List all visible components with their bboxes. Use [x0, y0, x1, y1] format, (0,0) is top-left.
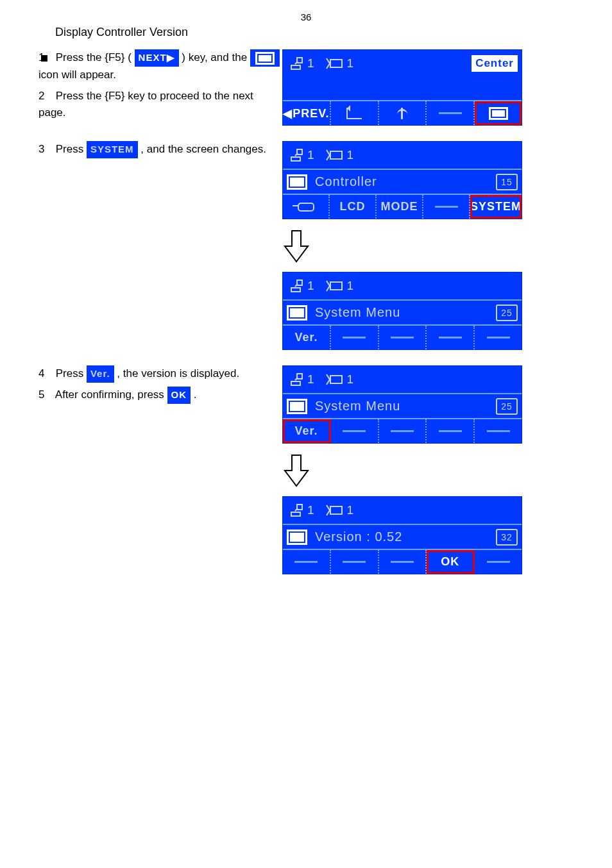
system-softkey[interactable]: SYSTEM	[470, 195, 522, 219]
version-title: Version : 0.52	[315, 530, 491, 544]
empty-softkey	[379, 326, 427, 349]
ver-chip: Ver.	[87, 365, 114, 383]
empty-softkey	[331, 326, 379, 349]
system-chip: SYSTEM	[87, 141, 138, 158]
screen-code: 15	[496, 174, 518, 190]
device-b-icon: 1	[325, 279, 355, 293]
arrow-down-icon	[282, 230, 310, 263]
device-a-icon: 1	[289, 148, 315, 162]
ver-softkey[interactable]: Ver.	[283, 326, 331, 349]
ok-chip: OK	[167, 387, 191, 404]
monitor-icon	[287, 174, 307, 190]
device-b-icon: 1	[325, 372, 355, 387]
key-icon	[298, 203, 314, 212]
device-b-icon: 1	[325, 56, 355, 71]
section-title: Display Controller Version	[55, 26, 574, 39]
page-number: 36	[301, 12, 312, 22]
step-text: 1 Press the {F5} ( NEXT▶ ) key, and the …	[38, 49, 282, 121]
return-icon	[346, 108, 362, 119]
device-a-icon: 1	[289, 279, 315, 293]
device-b-icon: 1	[325, 148, 355, 162]
prev-softkey[interactable]: ◀PREV.	[283, 101, 331, 125]
step-text: 3 Press SYSTEM , and the screen changes.	[38, 141, 282, 158]
monitor-icon	[287, 530, 307, 545]
monitor-icon	[489, 107, 508, 120]
arrow-down-icon	[282, 454, 310, 487]
lcd-screen-2: 1 1 Controller 15 LCD M	[282, 141, 522, 219]
empty-softkey	[475, 550, 522, 574]
return-softkey[interactable]	[331, 101, 379, 125]
lcd-screen-3: 1 1 System Menu 25 Ver.	[282, 272, 522, 350]
key-softkey[interactable]	[283, 195, 330, 219]
empty-softkey	[427, 419, 475, 443]
section-bullet	[41, 55, 47, 62]
device-a-icon: 1	[289, 503, 315, 517]
monitor-chip	[250, 49, 280, 67]
screen-title: System Menu	[315, 399, 491, 413]
empty-softkey	[379, 419, 427, 443]
mode-softkey[interactable]: MODE	[377, 195, 423, 219]
monitor-icon	[287, 305, 307, 321]
lcd-screen-5: 1 1 Version : 0.52 32	[282, 496, 522, 574]
empty-softkey	[475, 326, 522, 349]
empty-softkey	[427, 101, 475, 125]
device-a-icon: 1	[289, 372, 315, 387]
screen-code: 25	[496, 305, 518, 321]
center-tag: Center	[472, 55, 518, 72]
controller-softkey[interactable]	[475, 101, 522, 125]
screen-code: 32	[496, 529, 518, 546]
empty-softkey	[331, 419, 379, 443]
empty-softkey	[475, 419, 522, 443]
screen-title: System Menu	[315, 305, 491, 320]
ver-softkey[interactable]: Ver.	[283, 419, 331, 443]
lcd-screen-1: 1 1 Center ◀PREV.	[282, 49, 522, 126]
empty-softkey	[423, 195, 470, 219]
lcd-screen-4: 1 1 System Menu 25 Ver.	[282, 365, 522, 444]
empty-softkey	[379, 550, 427, 574]
step-text: 4 Press Ver. , the version is displayed.…	[38, 365, 282, 404]
empty-softkey	[331, 550, 379, 574]
plant-softkey[interactable]	[379, 101, 427, 125]
monitor-icon	[287, 399, 307, 414]
lcd-softkey[interactable]: LCD	[330, 195, 377, 219]
empty-softkey	[283, 550, 331, 574]
empty-softkey	[427, 326, 475, 349]
monitor-icon	[255, 52, 275, 65]
device-a-icon: 1	[289, 56, 315, 71]
screen-title: Controller	[315, 174, 491, 189]
ok-softkey[interactable]: OK	[427, 550, 475, 574]
screen-code: 25	[496, 398, 518, 415]
next-chip: NEXT▶	[135, 49, 179, 67]
plant-icon	[396, 108, 409, 119]
device-b-icon: 1	[325, 503, 355, 517]
